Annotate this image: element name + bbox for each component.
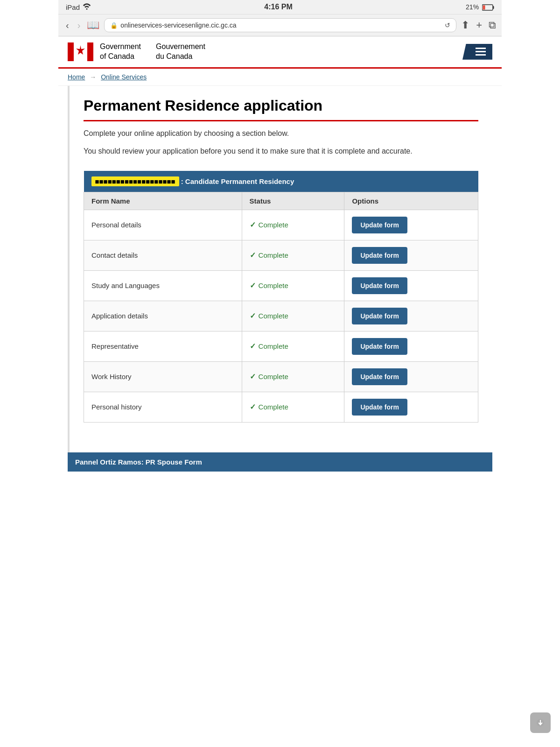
- status-complete: ✓Complete: [250, 372, 337, 381]
- status-complete: ✓Complete: [250, 342, 337, 351]
- check-icon: ✓: [250, 251, 256, 260]
- status-cell: ✓Complete: [242, 270, 344, 301]
- check-icon: ✓: [250, 342, 256, 351]
- address-bar[interactable]: 🔒 onlineservices-servicesenligne.cic.gc.…: [104, 18, 456, 32]
- url-display: onlineservices-servicesenligne.cic.gc.ca: [120, 21, 442, 29]
- status-cell: ✓Complete: [242, 301, 344, 331]
- status-complete: ✓Complete: [250, 311, 337, 320]
- bookmarks-icon[interactable]: 📖: [87, 19, 99, 31]
- table-row: Personal details✓CompleteUpdate form: [84, 210, 478, 240]
- update-form-button[interactable]: Update form: [352, 277, 407, 294]
- intro-text-1: Complete your online application by choo…: [84, 128, 478, 139]
- update-form-button[interactable]: Update form: [352, 338, 407, 355]
- options-cell: Update form: [344, 361, 478, 392]
- status-complete: ✓Complete: [250, 281, 337, 290]
- browser-actions: ⬆ + ⧉: [461, 19, 496, 31]
- status-label: Complete: [259, 342, 288, 350]
- table-row: Representative✓CompleteUpdate form: [84, 331, 478, 361]
- forward-button[interactable]: ›: [76, 20, 83, 31]
- status-cell: ✓Complete: [242, 240, 344, 270]
- table-row: Personal history✓CompleteUpdate form: [84, 392, 478, 422]
- table-column-headers: Form Name Status Options: [84, 192, 478, 210]
- breadcrumb: Home → Online Services: [58, 69, 502, 86]
- application-table: ■■■■■■■■■■■■■■■■■■■: Candidate Permanent…: [84, 171, 478, 423]
- gov-name-fr: Gouvernementdu Canada: [147, 42, 205, 62]
- status-label: Complete: [259, 403, 288, 411]
- svg-rect-2: [483, 6, 485, 10]
- table-row: Contact details✓CompleteUpdate form: [84, 240, 478, 270]
- update-form-button[interactable]: Update form: [352, 247, 407, 264]
- check-icon: ✓: [250, 372, 256, 381]
- svg-rect-8: [476, 51, 486, 52]
- options-cell: Update form: [344, 392, 478, 422]
- status-cell: ✓Complete: [242, 361, 344, 392]
- device-label: iPad: [66, 3, 80, 11]
- table-section-header: ■■■■■■■■■■■■■■■■■■■: Candidate Permanent…: [84, 171, 478, 192]
- update-form-button[interactable]: Update form: [352, 368, 407, 385]
- page-title-underline: [84, 120, 478, 121]
- update-form-button[interactable]: Update form: [352, 217, 407, 233]
- form-name-cell: Application details: [84, 301, 242, 331]
- status-left: iPad: [66, 3, 91, 11]
- status-label: Complete: [259, 373, 288, 381]
- share-button[interactable]: ⬆: [461, 19, 469, 31]
- breadcrumb-current[interactable]: Online Services: [101, 73, 147, 81]
- check-icon: ✓: [250, 311, 256, 320]
- status-complete: ✓Complete: [250, 402, 337, 411]
- options-cell: Update form: [344, 301, 478, 331]
- status-cell: ✓Complete: [242, 331, 344, 361]
- options-cell: Update form: [344, 331, 478, 361]
- applicant-name-highlight: ■■■■■■■■■■■■■■■■■■■: [91, 176, 179, 186]
- table-row: Study and Languages✓CompleteUpdate form: [84, 270, 478, 301]
- options-cell: Update form: [344, 270, 478, 301]
- svg-rect-9: [476, 54, 486, 56]
- update-form-button[interactable]: Update form: [352, 308, 407, 324]
- form-name-cell: Representative: [84, 331, 242, 361]
- status-complete: ✓Complete: [250, 220, 337, 229]
- check-icon: ✓: [250, 402, 256, 411]
- form-name-cell: Study and Languages: [84, 270, 242, 301]
- table-section-title: ■■■■■■■■■■■■■■■■■■■: Candidate Permanent…: [84, 171, 478, 192]
- check-icon: ✓: [250, 220, 256, 229]
- menu-button[interactable]: [462, 44, 492, 60]
- canada-flag: [68, 42, 93, 61]
- browser-chrome: ‹ › 📖 🔒 onlineservices-servicesenligne.c…: [58, 14, 502, 36]
- svg-rect-7: [476, 48, 486, 49]
- svg-rect-4: [87, 42, 93, 61]
- status-label: Complete: [259, 282, 288, 289]
- status-time: 4:16 PM: [264, 3, 292, 11]
- back-button[interactable]: ‹: [64, 20, 71, 31]
- tabs-button[interactable]: ⧉: [489, 19, 496, 31]
- form-name-cell: Contact details: [84, 240, 242, 270]
- status-label: Complete: [259, 251, 288, 259]
- intro-text-2: You should review your application befor…: [84, 146, 478, 157]
- lock-icon: 🔒: [110, 22, 118, 29]
- wifi-icon: [83, 3, 91, 11]
- logo-area: Governmentof Canada Gouvernementdu Canad…: [68, 42, 205, 62]
- update-form-button[interactable]: Update form: [352, 399, 407, 416]
- main-content: Permanent Residence application Complete…: [68, 86, 492, 452]
- svg-rect-3: [68, 42, 74, 61]
- status-right: 21%: [466, 3, 494, 11]
- check-icon: ✓: [250, 281, 256, 290]
- options-cell: Update form: [344, 210, 478, 240]
- form-name-cell: Work History: [84, 361, 242, 392]
- site-header: Governmentof Canada Gouvernementdu Canad…: [58, 36, 502, 69]
- status-label: Complete: [259, 221, 288, 229]
- status-complete: ✓Complete: [250, 251, 337, 260]
- add-tab-button[interactable]: +: [476, 19, 482, 31]
- options-cell: Update form: [344, 240, 478, 270]
- reload-button[interactable]: ↺: [445, 21, 450, 29]
- battery-label: 21%: [466, 3, 494, 11]
- bottom-section-header: Pannel Ortiz Ramos: PR Spouse Form: [68, 452, 492, 472]
- table-row: Work History✓CompleteUpdate form: [84, 361, 478, 392]
- status-label: Complete: [259, 312, 288, 320]
- status-cell: ✓Complete: [242, 210, 344, 240]
- form-name-cell: Personal details: [84, 210, 242, 240]
- table-row: Application details✓CompleteUpdate form: [84, 301, 478, 331]
- breadcrumb-home[interactable]: Home: [68, 73, 85, 81]
- status-cell: ✓Complete: [242, 392, 344, 422]
- svg-rect-1: [493, 6, 494, 9]
- col-header-status: Status: [242, 192, 344, 210]
- col-header-options: Options: [344, 192, 478, 210]
